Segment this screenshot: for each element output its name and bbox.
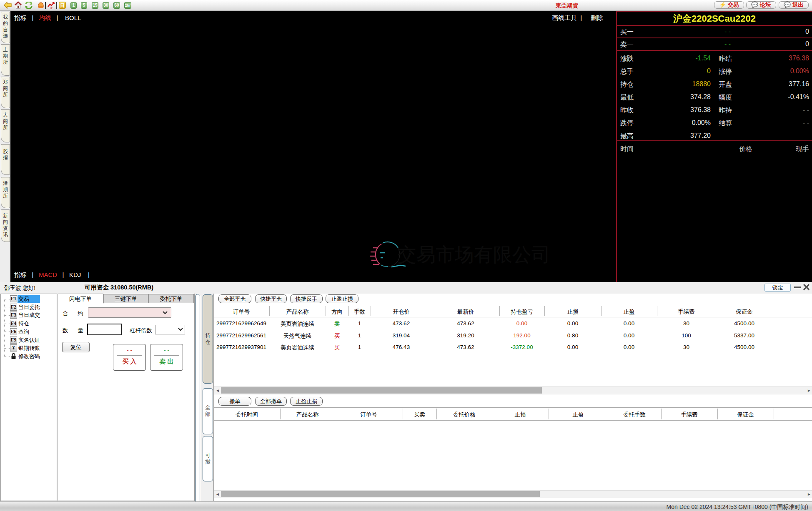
svg-text:交易市场有限公司: 交易市场有限公司 xyxy=(397,244,551,265)
